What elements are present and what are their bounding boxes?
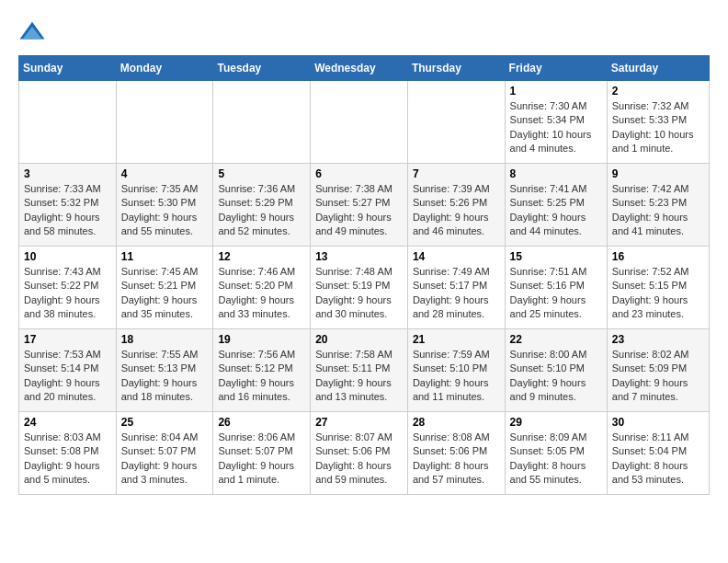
calendar-cell: 14Sunrise: 7:49 AM Sunset: 5:17 PM Dayli… (407, 247, 505, 329)
day-info: Sunrise: 7:33 AM Sunset: 5:32 PM Dayligh… (24, 182, 111, 239)
calendar-cell: 13Sunrise: 7:48 AM Sunset: 5:19 PM Dayli… (311, 247, 408, 329)
day-info: Sunrise: 8:07 AM Sunset: 5:06 PM Dayligh… (315, 431, 403, 488)
day-number: 3 (24, 167, 111, 180)
day-info: Sunrise: 7:58 AM Sunset: 5:11 PM Dayligh… (315, 348, 403, 405)
day-info: Sunrise: 8:09 AM Sunset: 5:05 PM Dayligh… (510, 431, 602, 488)
weekday-header-sunday: Sunday (19, 56, 117, 81)
calendar-cell: 12Sunrise: 7:46 AM Sunset: 5:20 PM Dayli… (213, 247, 311, 329)
day-info: Sunrise: 7:59 AM Sunset: 5:10 PM Dayligh… (413, 348, 500, 405)
day-number: 26 (218, 416, 305, 429)
calendar-cell: 20Sunrise: 7:58 AM Sunset: 5:11 PM Dayli… (311, 329, 408, 412)
calendar-cell: 25Sunrise: 8:04 AM Sunset: 5:07 PM Dayli… (116, 412, 213, 495)
calendar-cell: 28Sunrise: 8:08 AM Sunset: 5:06 PM Dayli… (407, 412, 505, 495)
day-number: 22 (510, 333, 602, 346)
day-number: 27 (315, 416, 403, 429)
day-info: Sunrise: 7:42 AM Sunset: 5:23 PM Dayligh… (612, 182, 704, 239)
day-number: 18 (121, 333, 209, 346)
day-info: Sunrise: 7:55 AM Sunset: 5:13 PM Dayligh… (121, 348, 209, 405)
day-info: Sunrise: 8:03 AM Sunset: 5:08 PM Dayligh… (24, 431, 111, 488)
calendar-cell: 16Sunrise: 7:52 AM Sunset: 5:15 PM Dayli… (607, 247, 709, 329)
weekday-header-wednesday: Wednesday (311, 56, 408, 81)
weekday-header-saturday: Saturday (607, 56, 709, 81)
calendar-cell (407, 81, 505, 164)
calendar-cell: 18Sunrise: 7:55 AM Sunset: 5:13 PM Dayli… (116, 329, 213, 412)
day-number: 9 (612, 167, 704, 180)
calendar-cell: 10Sunrise: 7:43 AM Sunset: 5:22 PM Dayli… (19, 247, 117, 329)
weekday-header-monday: Monday (116, 56, 213, 81)
calendar-cell: 1Sunrise: 7:30 AM Sunset: 5:34 PM Daylig… (505, 81, 607, 164)
logo-icon (18, 18, 46, 46)
day-info: Sunrise: 7:52 AM Sunset: 5:15 PM Dayligh… (612, 265, 704, 322)
day-info: Sunrise: 7:53 AM Sunset: 5:14 PM Dayligh… (24, 348, 111, 405)
day-number: 11 (121, 250, 209, 263)
day-number: 5 (218, 167, 305, 180)
day-info: Sunrise: 7:38 AM Sunset: 5:27 PM Dayligh… (315, 182, 403, 239)
day-number: 21 (413, 333, 500, 346)
day-info: Sunrise: 7:48 AM Sunset: 5:19 PM Dayligh… (315, 265, 403, 322)
day-number: 10 (24, 250, 111, 263)
day-number: 2 (612, 85, 704, 98)
day-number: 29 (510, 416, 602, 429)
week-row-1: 1Sunrise: 7:30 AM Sunset: 5:34 PM Daylig… (19, 81, 710, 164)
day-info: Sunrise: 7:35 AM Sunset: 5:30 PM Dayligh… (121, 182, 209, 239)
week-row-4: 17Sunrise: 7:53 AM Sunset: 5:14 PM Dayli… (19, 329, 710, 412)
day-info: Sunrise: 8:11 AM Sunset: 5:04 PM Dayligh… (612, 431, 704, 488)
day-number: 17 (24, 333, 111, 346)
week-row-5: 24Sunrise: 8:03 AM Sunset: 5:08 PM Dayli… (19, 412, 710, 495)
calendar-cell: 30Sunrise: 8:11 AM Sunset: 5:04 PM Dayli… (607, 412, 709, 495)
day-number: 6 (315, 167, 403, 180)
day-number: 16 (612, 250, 704, 263)
weekday-header-thursday: Thursday (407, 56, 505, 81)
calendar-cell: 2Sunrise: 7:32 AM Sunset: 5:33 PM Daylig… (607, 81, 709, 164)
day-info: Sunrise: 7:41 AM Sunset: 5:25 PM Dayligh… (510, 182, 602, 239)
day-number: 8 (510, 167, 602, 180)
day-number: 15 (510, 250, 602, 263)
day-info: Sunrise: 7:46 AM Sunset: 5:20 PM Dayligh… (218, 265, 305, 322)
calendar-cell (311, 81, 408, 164)
calendar-cell (213, 81, 311, 164)
week-row-3: 10Sunrise: 7:43 AM Sunset: 5:22 PM Dayli… (19, 247, 710, 329)
day-info: Sunrise: 7:45 AM Sunset: 5:21 PM Dayligh… (121, 265, 209, 322)
calendar-cell: 23Sunrise: 8:02 AM Sunset: 5:09 PM Dayli… (607, 329, 709, 412)
day-info: Sunrise: 7:32 AM Sunset: 5:33 PM Dayligh… (612, 99, 704, 156)
week-row-2: 3Sunrise: 7:33 AM Sunset: 5:32 PM Daylig… (19, 164, 710, 247)
calendar-table: SundayMondayTuesdayWednesdayThursdayFrid… (18, 55, 710, 495)
page-wrapper: SundayMondayTuesdayWednesdayThursdayFrid… (18, 18, 710, 495)
day-info: Sunrise: 7:49 AM Sunset: 5:17 PM Dayligh… (413, 265, 500, 322)
calendar-cell: 6Sunrise: 7:38 AM Sunset: 5:27 PM Daylig… (311, 164, 408, 247)
day-info: Sunrise: 8:00 AM Sunset: 5:10 PM Dayligh… (510, 348, 602, 405)
day-number: 23 (612, 333, 704, 346)
day-number: 7 (413, 167, 500, 180)
day-info: Sunrise: 7:43 AM Sunset: 5:22 PM Dayligh… (24, 265, 111, 322)
day-number: 24 (24, 416, 111, 429)
calendar-cell: 21Sunrise: 7:59 AM Sunset: 5:10 PM Dayli… (407, 329, 505, 412)
day-info: Sunrise: 8:06 AM Sunset: 5:07 PM Dayligh… (218, 431, 305, 488)
day-number: 19 (218, 333, 305, 346)
day-info: Sunrise: 7:30 AM Sunset: 5:34 PM Dayligh… (510, 99, 602, 156)
day-number: 4 (121, 167, 209, 180)
day-info: Sunrise: 7:39 AM Sunset: 5:26 PM Dayligh… (413, 182, 500, 239)
day-number: 13 (315, 250, 403, 263)
day-info: Sunrise: 7:36 AM Sunset: 5:29 PM Dayligh… (218, 182, 305, 239)
day-number: 20 (315, 333, 403, 346)
day-number: 1 (510, 85, 602, 98)
calendar-cell: 19Sunrise: 7:56 AM Sunset: 5:12 PM Dayli… (213, 329, 311, 412)
day-number: 28 (413, 416, 500, 429)
day-info: Sunrise: 8:08 AM Sunset: 5:06 PM Dayligh… (413, 431, 500, 488)
calendar-cell: 26Sunrise: 8:06 AM Sunset: 5:07 PM Dayli… (213, 412, 311, 495)
weekday-header-friday: Friday (505, 56, 607, 81)
logo (18, 18, 50, 46)
day-number: 25 (121, 416, 209, 429)
day-number: 14 (413, 250, 500, 263)
calendar-cell: 7Sunrise: 7:39 AM Sunset: 5:26 PM Daylig… (407, 164, 505, 247)
day-number: 30 (612, 416, 704, 429)
weekday-header-tuesday: Tuesday (213, 56, 311, 81)
day-number: 12 (218, 250, 305, 263)
calendar-cell: 24Sunrise: 8:03 AM Sunset: 5:08 PM Dayli… (19, 412, 117, 495)
calendar-header: SundayMondayTuesdayWednesdayThursdayFrid… (19, 56, 710, 81)
calendar-cell: 15Sunrise: 7:51 AM Sunset: 5:16 PM Dayli… (505, 247, 607, 329)
calendar-cell: 3Sunrise: 7:33 AM Sunset: 5:32 PM Daylig… (19, 164, 117, 247)
calendar-cell: 29Sunrise: 8:09 AM Sunset: 5:05 PM Dayli… (505, 412, 607, 495)
calendar-cell: 22Sunrise: 8:00 AM Sunset: 5:10 PM Dayli… (505, 329, 607, 412)
calendar-cell: 4Sunrise: 7:35 AM Sunset: 5:30 PM Daylig… (116, 164, 213, 247)
